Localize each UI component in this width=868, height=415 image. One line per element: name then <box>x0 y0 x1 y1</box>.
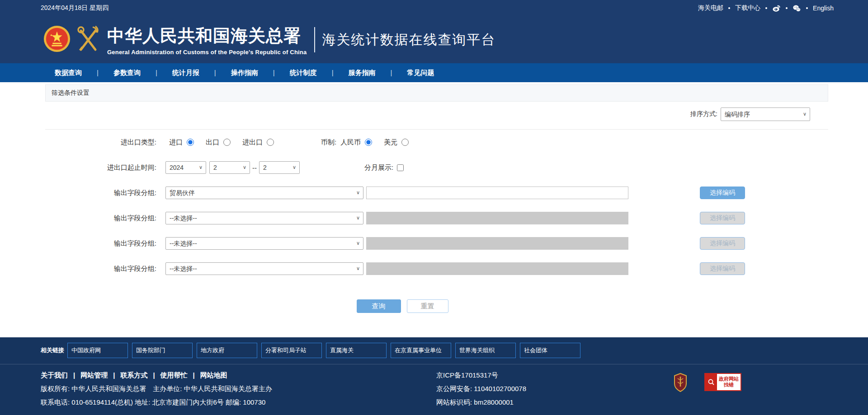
output-group-codes-input-4 <box>366 262 628 275</box>
rmb-radio[interactable] <box>365 139 372 146</box>
logo <box>43 24 101 55</box>
separator-dot <box>765 7 767 9</box>
customs-mail-link[interactable]: 海关电邮 <box>698 4 723 12</box>
export-radio[interactable] <box>223 139 231 146</box>
monthly-display-checkbox[interactable] <box>397 164 404 171</box>
output-group-select-wrap: --未选择-- ∨ <box>165 262 363 275</box>
output-group-select-4[interactable]: --未选择-- <box>165 262 363 275</box>
select-code-button-1[interactable]: 选择编码 <box>700 187 745 199</box>
footer-badges: 政府网站 找错 <box>674 368 741 409</box>
related-links-row: 相关链接 中国政府网 国务院部门 地方政府 分署和司局子站 直属海关 在京直属事… <box>0 337 868 358</box>
nav-item-operation-guide[interactable]: 操作指南 <box>199 69 258 77</box>
trade-option-export[interactable]: 出口 <box>206 138 231 147</box>
related-link-local-gov[interactable]: 地方政府 <box>197 343 257 358</box>
org-name-cn: 中华人民共和国海关总署 <box>107 24 307 47</box>
org-title-block: 中华人民共和国海关总署 General Administration of Cu… <box>107 24 307 56</box>
main-nav: 数据查询 参数查询 统计月报 操作指南 统计制度 服务指南 常见问题 <box>0 63 868 82</box>
contact-link[interactable]: 联系方式 <box>108 371 147 379</box>
customs-shield-badge[interactable] <box>674 373 687 396</box>
output-group-row-4: 输出字段分组: --未选择-- ∨ 选择编码 <box>0 256 868 281</box>
output-group-row-3: 输出字段分组: --未选择-- ∨ 选择编码 <box>0 231 868 256</box>
time-range-row: 进出口起止时间: 2024 ∨ 2 ∨ -- 2 ∨ 分月展示: <box>0 155 868 180</box>
separator-dot <box>728 7 730 9</box>
title-divider <box>314 27 315 52</box>
output-group-label: 输出字段分组: <box>0 214 156 223</box>
footer-bottom: 关于我们网站管理联系方式使用帮忙网站地图 版权所有: 中华人民共和国海关总署 主… <box>0 364 868 409</box>
main-content: 筛选条件设置 排序方式: 编码排序 ∨ 进出口类型: 进口 出口 进出口 币制:… <box>0 84 868 337</box>
sort-select-wrap: 编码排序 ∨ <box>721 107 810 121</box>
sort-select[interactable]: 编码排序 <box>721 107 810 121</box>
filter-section-header: 筛选条件设置 <box>45 84 828 102</box>
output-group-select-1[interactable]: 贸易伙伴 <box>165 187 363 199</box>
trade-option-import-export[interactable]: 进出口 <box>242 138 274 147</box>
select-code-button-3: 选择编码 <box>700 237 745 250</box>
form-actions: 查询 重置 <box>0 299 868 313</box>
output-group-codes-input-3 <box>366 237 628 250</box>
time-range-label: 进出口起止时间: <box>0 163 156 172</box>
related-link-state-council[interactable]: 国务院部门 <box>132 343 193 358</box>
import-export-radio[interactable] <box>267 139 274 146</box>
currency-option-rmb[interactable]: 人民币 <box>340 138 372 147</box>
magnifier-icon <box>705 374 717 390</box>
nav-item-param-query[interactable]: 参数查询 <box>82 69 141 77</box>
trade-option-import[interactable]: 进口 <box>169 138 194 147</box>
output-group-codes-input-2 <box>366 212 628 224</box>
footer-links-line: 关于我们网站管理联系方式使用帮忙网站地图 <box>41 368 436 382</box>
start-month-select-wrap: 2 ∨ <box>209 161 250 174</box>
end-month-select[interactable]: 2 <box>259 161 300 174</box>
current-date: 2024年04月18日 星期四 <box>41 4 108 12</box>
download-center-link[interactable]: 下载中心 <box>735 4 760 12</box>
header: 中华人民共和国海关总署 General Administration of Cu… <box>0 16 868 63</box>
english-link[interactable]: English <box>813 5 834 12</box>
footer: 相关链接 中国政府网 国务院部门 地方政府 分署和司局子站 直属海关 在京直属事… <box>0 337 868 415</box>
currency-option-usd[interactable]: 美元 <box>384 138 409 147</box>
footer-middle-column: 京ICP备17015317号 京公网安备: 11040102700078 网站标… <box>436 368 674 409</box>
related-link-branches[interactable]: 分署和司局子站 <box>261 343 322 358</box>
end-month-select-wrap: 2 ∨ <box>259 161 300 174</box>
nav-item-faq[interactable]: 常见问题 <box>376 69 434 77</box>
output-group-row-1: 输出字段分组: 贸易伙伴 ∨ 选择编码 <box>0 180 868 205</box>
related-link-wco[interactable]: 世界海关组织 <box>455 343 516 358</box>
output-group-label: 输出字段分组: <box>0 239 156 248</box>
national-emblem-icon <box>43 24 71 55</box>
trade-type-label: 进出口类型: <box>0 138 156 147</box>
related-links-label: 相关链接 <box>41 346 64 354</box>
output-group-select-wrap: --未选择-- ∨ <box>165 237 363 250</box>
help-link[interactable]: 使用帮忙 <box>147 371 187 379</box>
about-us-link[interactable]: 关于我们 <box>41 371 68 379</box>
icp-number: 京ICP备17015317号 <box>436 368 674 382</box>
wechat-icon[interactable] <box>793 4 801 13</box>
site-management-link[interactable]: 网站管理 <box>68 371 108 379</box>
nav-item-service-guide[interactable]: 服务指南 <box>317 69 376 77</box>
year-select[interactable]: 2024 <box>165 161 206 174</box>
output-group-select-wrap: 贸易伙伴 ∨ <box>165 187 363 199</box>
import-radio[interactable] <box>187 139 194 146</box>
select-code-button-2: 选择编码 <box>700 212 745 224</box>
output-group-select-wrap: --未选择-- ∨ <box>165 212 363 224</box>
usd-radio[interactable] <box>401 139 409 146</box>
reset-button[interactable]: 重置 <box>407 299 448 313</box>
weibo-icon[interactable] <box>772 4 781 13</box>
nav-item-statistics-system[interactable]: 统计制度 <box>258 69 317 77</box>
output-group-codes-input-1[interactable] <box>366 187 628 199</box>
start-month-select[interactable]: 2 <box>209 161 250 174</box>
customs-key-emblem-icon <box>75 24 101 55</box>
output-group-label: 输出字段分组: <box>0 265 156 273</box>
related-link-direct-customs[interactable]: 直属海关 <box>326 343 387 358</box>
page: { "colors": { "brand_navy": "#1d3d6e", "… <box>0 0 868 415</box>
gov-site-error-report-badge[interactable]: 政府网站 找错 <box>704 373 741 391</box>
output-group-select-2[interactable]: --未选择-- <box>165 212 363 224</box>
sort-row: 排序方式: 编码排序 ∨ <box>45 102 828 130</box>
trade-type-row: 进出口类型: 进口 出口 进出口 币制: 人民币 美元 <box>0 130 868 155</box>
output-group-select-3[interactable]: --未选择-- <box>165 237 363 250</box>
related-link-beijing-units[interactable]: 在京直属事业单位 <box>391 343 451 358</box>
related-link-social-orgs[interactable]: 社会团体 <box>520 343 580 358</box>
nav-item-data-query[interactable]: 数据查询 <box>55 69 82 77</box>
sitemap-link[interactable]: 网站地图 <box>188 371 227 379</box>
related-link-gov-cn[interactable]: 中国政府网 <box>67 343 128 358</box>
nav-item-monthly-report[interactable]: 统计月报 <box>141 69 199 77</box>
platform-title: 海关统计数据在线查询平台 <box>322 31 495 49</box>
monthly-display-label: 分月展示: <box>364 163 393 172</box>
topbar-links: 海关电邮 下载中心 English <box>698 4 834 13</box>
query-button[interactable]: 查询 <box>357 299 401 313</box>
